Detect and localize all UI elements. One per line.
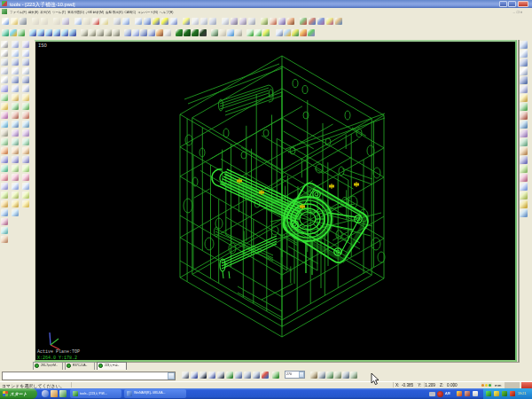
svg-text:ISO: ISO xyxy=(38,43,48,49)
svg-text:Active Plane:TOP: Active Plane:TOP xyxy=(37,349,80,355)
